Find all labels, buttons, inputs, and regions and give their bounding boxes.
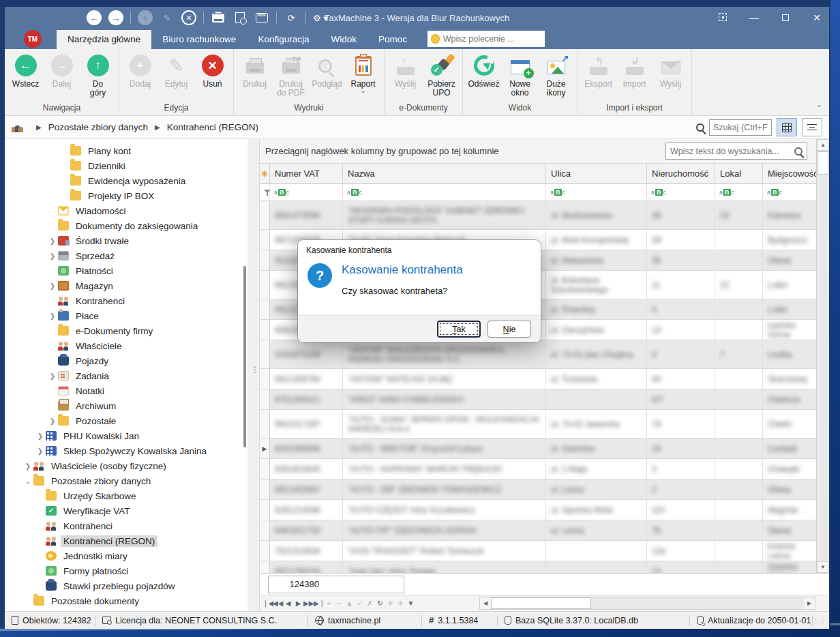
filter-cell[interactable]: aBc bbox=[763, 184, 822, 201]
ribbon-button-edytuj[interactable]: ✎Edytuj bbox=[158, 52, 194, 102]
horizontal-scrollbar[interactable]: ◀ ▶ bbox=[479, 597, 815, 610]
filter-rows-button[interactable] bbox=[802, 118, 822, 136]
table-row[interactable]: 6921403987"AUTO - ZIB" ZBIGNIEW TOMASZEW… bbox=[260, 479, 829, 500]
expander-icon[interactable]: ❯ bbox=[47, 252, 58, 260]
table-row[interactable]: 6971789243"Axel Jarc" Artur Tomala14Sola… bbox=[260, 561, 829, 573]
command-search-box[interactable] bbox=[427, 31, 545, 47]
breadcrumb-item[interactable]: Pozostałe zbiory danych bbox=[48, 122, 148, 132]
ribbon-button-wstecz[interactable]: ←Wstecz bbox=[7, 52, 44, 102]
filter-cell[interactable]: aBc bbox=[343, 184, 546, 201]
scrollbar-thumb[interactable] bbox=[491, 597, 590, 609]
ribbon-button-import[interactable]: Import bbox=[616, 52, 652, 102]
column-header-miejscowość[interactable]: Miejscowość bbox=[763, 164, 822, 183]
sidebar-item-archiwum[interactable]: Archiwum bbox=[5, 398, 247, 413]
splitter[interactable]: ⋮ bbox=[247, 139, 260, 611]
sidebar-item-pozostałe-zbiory-danych[interactable]: ⌄Pozostałe zbiory danych bbox=[5, 473, 247, 488]
ribbon-button-eksport[interactable]: Eksport bbox=[580, 52, 616, 102]
sidebar-item-formy-płatności[interactable]: Formy płatności bbox=[5, 563, 247, 578]
print-preview-icon[interactable] bbox=[232, 10, 247, 25]
sidebar-item-płatności[interactable]: Płatności bbox=[5, 263, 247, 278]
nav-next-icon[interactable]: ▶ bbox=[293, 599, 303, 607]
expander-icon[interactable]: ❯ bbox=[35, 447, 46, 455]
filter-cell[interactable]: aBc bbox=[715, 184, 763, 201]
table-row[interactable]: 5921308764"ANTONI" MATEUSZ ZAJĄCul. Tcze… bbox=[260, 369, 829, 389]
maximize-button[interactable] bbox=[779, 12, 792, 23]
sidebar-item-urzędy-skarbowe[interactable]: Urzędy Skarbowe bbox=[5, 488, 247, 503]
sidebar-item-środki-trwałe[interactable]: ❯Środki trwałe bbox=[5, 233, 247, 248]
delete-icon[interactable]: ✕ bbox=[181, 10, 196, 25]
sidebar-item-właściciele[interactable]: Właściciele bbox=[5, 338, 247, 353]
filter-cell[interactable]: aBc bbox=[647, 184, 715, 201]
command-input[interactable] bbox=[443, 34, 541, 44]
sidebar-item-notatki[interactable]: Notatki bbox=[5, 383, 247, 398]
print-pdf-icon[interactable]: PDF bbox=[254, 10, 269, 25]
nav-edit-icon[interactable]: ▲ bbox=[344, 599, 355, 607]
ribbon-button-do-góry[interactable]: ↑Do góry bbox=[80, 52, 116, 102]
scrollbar-thumb[interactable] bbox=[817, 151, 828, 175]
app-logo[interactable]: TM bbox=[24, 30, 42, 48]
column-header-lokal[interactable]: Lokal bbox=[715, 164, 763, 183]
sidebar-item-e-dokumenty-firmy[interactable]: e-Dokumenty firmy bbox=[5, 323, 247, 338]
filter-cell[interactable]: aBc bbox=[546, 184, 647, 201]
nav-bookmark-icon[interactable]: ✳ bbox=[385, 599, 395, 607]
ribbon-button-drukuj-do-pdf[interactable]: PdfDrukuj do PDF bbox=[273, 52, 309, 102]
expander-icon[interactable]: ❯ bbox=[47, 237, 58, 245]
grid-search-input[interactable] bbox=[670, 147, 794, 156]
sidebar-item-phu-kowalski-jan[interactable]: ❯PHU Kowalski Jan bbox=[5, 428, 247, 443]
expander-icon[interactable]: ❯ bbox=[35, 432, 46, 440]
grid-search-box[interactable] bbox=[665, 143, 807, 160]
sidebar-item-kontrahenci-regon-[interactable]: Kontrahenci (REGON) bbox=[5, 533, 247, 548]
table-row[interactable]: 7921314834"AXIS TRANSSET" Robert Tomaszu… bbox=[260, 541, 829, 561]
back-icon[interactable]: ← bbox=[87, 10, 102, 25]
ribbon-button-odśwież[interactable]: Odśwież bbox=[466, 52, 502, 102]
table-row[interactable]: 9191872134"JANTAR" MAŁGORZATA DROZDOWSKA… bbox=[260, 340, 829, 369]
search-input[interactable] bbox=[709, 119, 772, 136]
grid-view-button[interactable] bbox=[777, 118, 797, 136]
sidebar-item-zadania[interactable]: ❯Zadania bbox=[5, 368, 247, 383]
nav-last-icon[interactable]: ▶❘ bbox=[314, 599, 324, 607]
tab-widok[interactable]: Widok bbox=[320, 30, 368, 49]
nav-refresh-icon[interactable]: ↻ bbox=[375, 599, 385, 607]
sidebar-item-sklep-spożywczy-kowalska-janina[interactable]: ❯Sklep Spożywczy Kowalska Janina bbox=[5, 443, 247, 458]
add-icon[interactable]: + bbox=[138, 10, 153, 25]
ribbon-button-duże-ikony[interactable]: ↗Duże ikony bbox=[538, 52, 574, 102]
sidebar-item-plany-kont[interactable]: Plany kont bbox=[5, 143, 247, 158]
nav-cancel-icon[interactable]: ✗ bbox=[365, 599, 375, 607]
no-button[interactable]: Nie bbox=[487, 321, 531, 338]
breadcrumb-item[interactable]: Kontrahenci (REGON) bbox=[167, 122, 258, 132]
close-button[interactable]: ✕ bbox=[810, 12, 824, 23]
expander-icon[interactable]: ⌄ bbox=[22, 477, 33, 485]
sidebar-item-ewidencja-wyposażenia[interactable]: Ewidencja wyposażenia bbox=[5, 173, 247, 188]
sidebar-item-dokumenty-do-zaksięgowania[interactable]: Dokumenty do zaksięgowania bbox=[5, 218, 247, 233]
minimize-button[interactable]: — bbox=[747, 12, 761, 23]
ribbon-button-wyślij[interactable]: Wyślij bbox=[652, 52, 689, 102]
refresh-icon[interactable]: ⟳ bbox=[284, 10, 299, 25]
table-row[interactable]: 6391823645"AUTO - NAPRAWA" MARCIN TRĘBAC… bbox=[260, 459, 829, 479]
ribbon-button-dodaj[interactable]: +Dodaj bbox=[122, 52, 158, 102]
forward-icon[interactable]: → bbox=[108, 10, 123, 25]
ribbon-button-pobierz-upo[interactable]: ✓Pobierz UPO bbox=[423, 52, 460, 102]
ribbon-button-raport[interactable]: Raport⌄ bbox=[345, 52, 381, 102]
sidebar-item-jednostki-miary[interactable]: Jednostki miary bbox=[5, 548, 247, 563]
sidebar-item-pojazdy[interactable]: Pojazdy bbox=[5, 353, 247, 368]
edit-icon[interactable]: ✎ bbox=[160, 10, 175, 25]
ribbon-button-nowe-okno[interactable]: +Nowe okno bbox=[502, 52, 538, 102]
scroll-down-icon[interactable]: ▼ bbox=[817, 561, 829, 573]
table-row[interactable]: ▶6252398456"AUTO - WEKTOR" Krzysztof Łuk… bbox=[260, 439, 829, 459]
sidebar-item-kontrahenci[interactable]: Kontrahenci bbox=[5, 293, 247, 308]
sidebar-item-dzienniki[interactable]: Dzienniki bbox=[5, 158, 247, 173]
tab-pomoc[interactable]: Pomoc bbox=[368, 30, 418, 49]
print-icon[interactable] bbox=[211, 10, 226, 25]
tab-narzędzia-główne[interactable]: Narzędzia główne bbox=[57, 30, 151, 49]
column-header-ulica[interactable]: Ulica bbox=[546, 164, 647, 183]
sidebar-item-płace[interactable]: ❯Płace bbox=[5, 308, 247, 323]
ribbon-button-usuń[interactable]: ✕Usuń bbox=[194, 52, 230, 102]
nav-insert-icon[interactable]: + bbox=[324, 599, 334, 607]
sidebar-item-pozostałe[interactable]: ❯Pozostałe bbox=[5, 413, 247, 428]
ribbon-collapse-icon[interactable]: ⌃ bbox=[816, 104, 822, 113]
column-header-numer-vat[interactable]: Numer VAT bbox=[270, 164, 343, 183]
nav-goto-bookmark-icon[interactable]: ✳ bbox=[395, 599, 406, 607]
column-header-nazwa[interactable]: Nazwa bbox=[343, 164, 546, 183]
nav-next-page-icon[interactable]: ▶▶ bbox=[303, 599, 314, 607]
sidebar-item-pozostałe-dokumenty[interactable]: Pozostałe dokumenty bbox=[5, 593, 247, 608]
